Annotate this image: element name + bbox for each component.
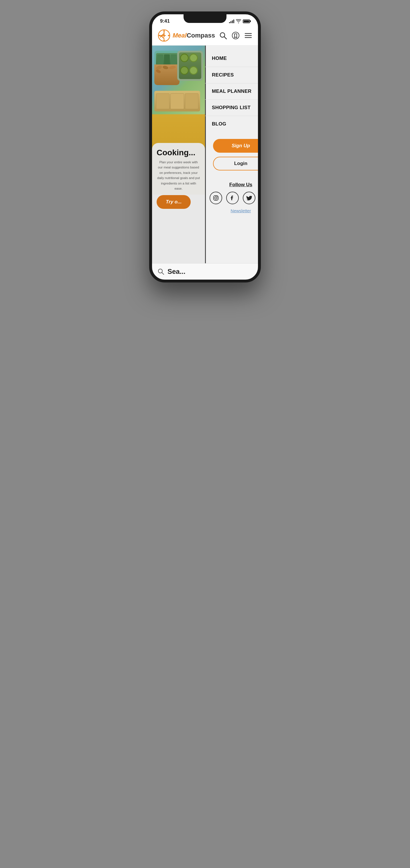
battery-icon [243,20,250,23]
newsletter-link[interactable]: Newsletter [231,208,251,213]
nav-label-recipes: RECIPES [212,72,234,78]
follow-section: Follow Us [205,177,261,218]
signup-button[interactable]: Sign Up [213,139,261,153]
nav-item-home[interactable]: HOME [205,50,261,67]
svg-point-6 [168,35,169,36]
food-image-panel: Cooking... Plan your entire week with ou… [152,45,205,263]
header: MealCompass [152,26,258,45]
nav-item-meal-planner[interactable]: MEAL PLANNER › [205,83,261,100]
svg-point-5 [163,30,165,32]
side-menu: HOME RECIPES › MEAL PLANNER › [205,45,261,263]
login-button[interactable]: Login [213,157,261,170]
nav-label-blog: BLOG [212,121,226,127]
content-layer: Cooking... Plan your entire week with ou… [152,45,258,263]
svg-point-17 [217,196,218,197]
search-bar-icon [158,269,164,275]
svg-point-8 [159,35,160,36]
nav-list: HOME RECIPES › MEAL PLANNER › [205,45,261,132]
facebook-icon[interactable] [226,192,239,204]
search-icon[interactable] [219,32,227,39]
search-bar: Sea... [152,263,258,280]
svg-line-20 [162,273,164,274]
logo-text: MealCompass [172,32,215,39]
logo: MealCompass [158,29,215,42]
logo-icon [158,29,170,42]
twitter-icon[interactable] [243,192,255,204]
logo-meal: Meal [172,32,187,39]
nav-label-shopping-list: SHOPPING LIST [212,105,251,111]
svg-line-10 [224,37,226,39]
svg-point-16 [215,197,217,199]
svg-rect-1 [164,32,165,37]
svg-point-11 [232,32,239,39]
pinterest-icon[interactable] [259,192,261,204]
nav-item-shopping-list[interactable]: SHOPPING LIST › [205,100,261,116]
hamburger-menu-icon[interactable] [244,32,252,39]
header-icons [219,32,252,39]
bookmark-icon[interactable] [232,32,240,39]
status-time: 9:41 [160,18,170,24]
phone-shell: 9:41 [149,11,261,282]
follow-heading: Follow Us [229,182,252,188]
nav-label-home: HOME [212,56,227,61]
hero-body-text: Plan your entire week with our meal sugg… [157,160,200,191]
status-icons [229,19,250,23]
nav-label-meal-planner: MEAL PLANNER [212,89,251,94]
cta-area: Sign Up Login [205,132,261,177]
nav-item-recipes[interactable]: RECIPES › [205,67,261,83]
hero-title: Cooking... [157,148,200,157]
logo-compass: Compass [187,32,215,39]
wifi-icon [236,19,241,23]
search-placeholder: Sea... [167,268,186,276]
signal-icon [229,19,234,23]
page-wrapper: Cooking... Plan your entire week with ou… [152,45,258,280]
try-out-button[interactable]: Try o... [157,195,191,209]
social-icons-group [210,192,261,204]
notch [184,14,226,23]
nav-item-blog[interactable]: BLOG [205,116,261,132]
instagram-icon[interactable] [210,192,222,204]
svg-point-7 [163,39,165,41]
